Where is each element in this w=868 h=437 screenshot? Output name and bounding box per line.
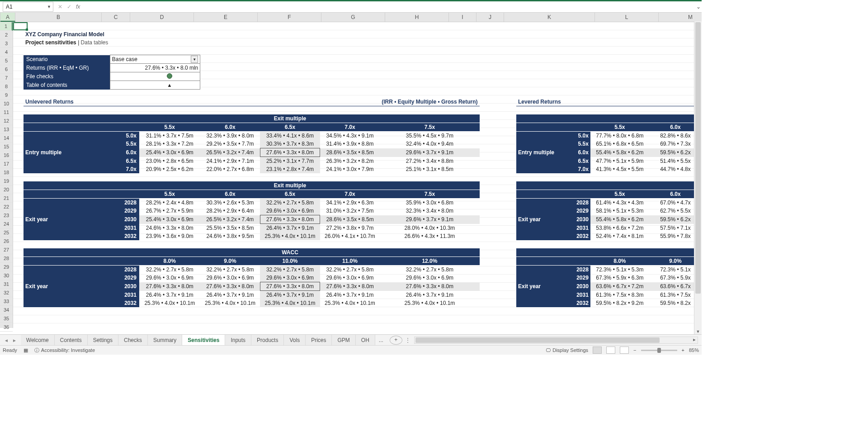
sheet-tab[interactable]: Products (251, 335, 284, 346)
section-metric-legend: (IRR • Equity Multiple • Gross Return) (380, 98, 479, 106)
column-header[interactable]: J (476, 13, 504, 22)
vertical-scrollbar[interactable]: ▲ ▼ (694, 21, 702, 335)
row-header[interactable]: 33 (0, 297, 13, 306)
view-page-break-button[interactable] (620, 347, 629, 354)
row-header[interactable]: 17 (0, 160, 13, 168)
zoom-slider[interactable] (641, 350, 677, 351)
chevron-down-icon[interactable]: ▼ (47, 5, 51, 9)
hscroll-thumb[interactable] (415, 337, 660, 343)
chevron-down-icon[interactable]: ▼ (191, 56, 198, 63)
accessibility-status[interactable]: ⓘAccessibility: Investigate (34, 347, 95, 354)
row-header[interactable]: 5 (0, 57, 13, 65)
column-header[interactable]: H (385, 13, 449, 22)
view-normal-button[interactable] (593, 347, 602, 354)
horizontal-scrollbar[interactable]: ◄ ► (414, 337, 698, 344)
tab-nav-prev-icon[interactable]: ► (11, 337, 18, 344)
row-header[interactable]: 25 (0, 228, 13, 237)
row-header[interactable]: 10 (0, 100, 13, 108)
data-cell: 33.4% • 4.1x • 8.6m (260, 132, 320, 140)
row-header[interactable]: 21 (0, 194, 13, 203)
add-sheet-button[interactable]: + (390, 336, 402, 345)
zoom-value[interactable]: 85% (689, 347, 699, 353)
row-header[interactable]: 6 (0, 65, 13, 74)
row-header[interactable]: 11 (0, 108, 13, 117)
toc-link-icon[interactable]: ▲ (167, 82, 172, 88)
row-header[interactable]: 24 (0, 220, 13, 228)
row-header[interactable]: 29 (0, 263, 13, 271)
column-header[interactable]: C (102, 13, 130, 22)
data-cell: 25.3% • 4.0x • 10.1m (380, 299, 479, 307)
column-header[interactable]: L (595, 13, 659, 22)
sheet-tab[interactable]: OH (356, 335, 375, 346)
tab-overflow[interactable]: ... (375, 335, 387, 345)
row-header[interactable]: 23 (0, 211, 13, 220)
sheet-tab[interactable]: Contents (55, 335, 88, 346)
row-label: 2030 (110, 215, 139, 224)
scroll-down-icon[interactable]: ▼ (694, 328, 702, 335)
data-cell: 28.6% • 3.5x • 8.5m (320, 215, 380, 224)
column-header[interactable]: D (130, 13, 194, 22)
cancel-icon[interactable]: ✕ (58, 4, 62, 10)
sheet-tab[interactable]: Inputs (225, 335, 251, 346)
row-header[interactable]: 2 (0, 31, 13, 39)
sheet-tab[interactable]: Welcome (21, 335, 55, 346)
sheet-tab[interactable]: Sensitivities (182, 335, 225, 346)
row-header[interactable]: 13 (0, 125, 13, 134)
sheet-tab[interactable]: Vols (284, 335, 306, 346)
tab-nav-first-icon[interactable]: ◄ (3, 337, 10, 344)
macro-record-icon[interactable]: ▦ (24, 347, 28, 353)
sheet-tab[interactable]: Settings (88, 335, 118, 346)
data-cell: 32.3% • 3.9x • 8.0m (200, 132, 260, 140)
column-header[interactable]: B (15, 13, 102, 22)
row-header[interactable]: 36 (0, 323, 13, 332)
view-page-layout-button[interactable] (606, 347, 615, 354)
row-header[interactable]: 30 (0, 271, 13, 280)
row-header[interactable]: 31 (0, 280, 13, 289)
confirm-icon[interactable]: ✓ (67, 4, 71, 10)
row-header[interactable]: 32 (0, 289, 13, 297)
row-header[interactable]: 8 (0, 82, 13, 91)
display-settings-button[interactable]: 🖵Display Settings (546, 347, 588, 353)
sheet-tab[interactable]: GPM (332, 335, 355, 346)
data-cell: 27.6% • 3.3x • 8.0m (260, 282, 320, 291)
expand-formula-icon[interactable]: ⌄ (695, 4, 702, 10)
row-header[interactable]: 22 (0, 203, 13, 211)
column-header[interactable]: F (258, 13, 321, 22)
row-header[interactable]: 27 (0, 246, 13, 254)
column-header[interactable]: E (194, 13, 258, 22)
row-header[interactable]: 1 (0, 22, 13, 31)
zoom-in-button[interactable]: + (682, 347, 684, 353)
spreadsheet-grid[interactable]: XYZ Company Financial ModelProject sensi… (13, 22, 702, 328)
row-header[interactable]: 19 (0, 177, 13, 185)
row-header[interactable]: 7 (0, 74, 13, 82)
column-header[interactable]: I (449, 13, 476, 22)
row-side-label: Exit year (24, 215, 110, 224)
row-header[interactable]: 34 (0, 306, 13, 314)
sheet-tab[interactable]: Summary (148, 335, 182, 346)
column-header[interactable]: M (659, 13, 702, 22)
name-box[interactable]: A1 ▼ (3, 2, 53, 12)
row-header[interactable]: 20 (0, 185, 13, 194)
row-header[interactable]: 12 (0, 117, 13, 125)
row-header[interactable]: 26 (0, 237, 13, 246)
column-header[interactable]: G (321, 13, 385, 22)
row-header[interactable]: 18 (0, 168, 13, 177)
row-header[interactable]: 16 (0, 151, 13, 160)
sheet-tab[interactable]: Prices (306, 335, 332, 346)
column-header[interactable]: K (504, 13, 595, 22)
row-header[interactable]: 15 (0, 142, 13, 151)
scrollbar-thumb[interactable] (695, 22, 701, 294)
row-header[interactable]: 28 (0, 254, 13, 263)
sheet-tab[interactable]: Checks (118, 335, 148, 346)
zoom-out-button[interactable]: − (633, 347, 636, 353)
scroll-right-icon[interactable]: ► (691, 337, 698, 343)
row-header[interactable]: 4 (0, 48, 13, 57)
row-header[interactable]: 9 (0, 91, 13, 100)
scenario-dropdown[interactable]: Base case (110, 55, 139, 64)
row-header[interactable]: 3 (0, 39, 13, 48)
column-header[interactable]: A (0, 13, 15, 22)
fx-icon[interactable]: fx (76, 4, 80, 10)
formula-input[interactable] (85, 2, 695, 11)
row-header[interactable]: 14 (0, 134, 13, 142)
row-header[interactable]: 35 (0, 314, 13, 323)
